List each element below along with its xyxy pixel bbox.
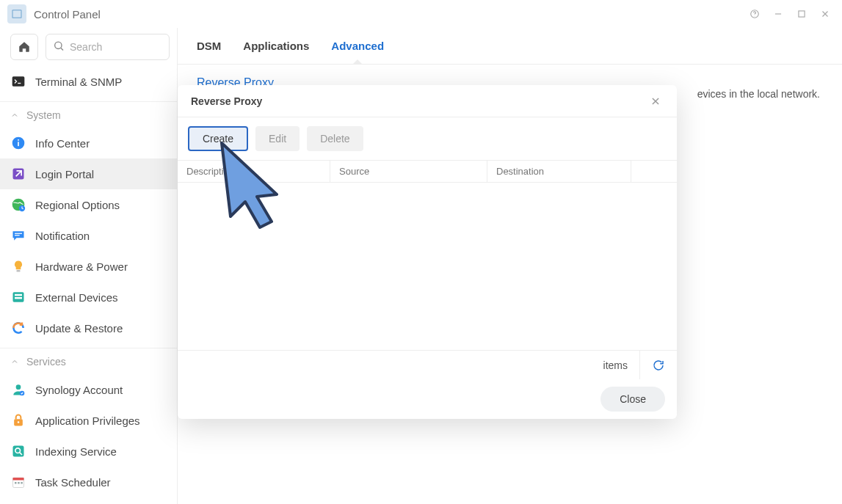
close-window-button[interactable] bbox=[816, 4, 835, 23]
modal-status-bar: items bbox=[178, 350, 677, 379]
window-title: Control Panel bbox=[34, 8, 101, 21]
table-header: Description Source Destination bbox=[178, 161, 677, 183]
svg-rect-18 bbox=[15, 233, 22, 234]
svg-line-9 bbox=[61, 48, 63, 51]
background-help-text: evices in the local network. bbox=[697, 88, 820, 100]
sidebar-item-notification[interactable]: Notification bbox=[0, 220, 177, 251]
modal-close-button[interactable] bbox=[647, 93, 664, 109]
modal-title: Reverse Proxy bbox=[191, 95, 262, 107]
svg-rect-1 bbox=[13, 11, 21, 18]
content-tabs: DSM Applications Advanced bbox=[178, 28, 842, 65]
refresh-button[interactable] bbox=[639, 351, 665, 379]
sidebar-group-services[interactable]: Services bbox=[0, 348, 177, 374]
search-icon bbox=[53, 40, 65, 54]
svg-rect-10 bbox=[12, 76, 25, 86]
sidebar-item-label: Login Portal bbox=[35, 168, 94, 180]
refresh-icon bbox=[10, 320, 26, 336]
column-destination[interactable]: Destination bbox=[487, 161, 631, 182]
sidebar-item-synology-account[interactable]: Synology Account bbox=[0, 374, 177, 405]
login-portal-icon bbox=[10, 166, 26, 182]
devices-icon bbox=[10, 289, 26, 305]
svg-rect-5 bbox=[799, 11, 805, 17]
sidebar-item-label: Hardware & Power bbox=[35, 260, 128, 273]
chevron-up-icon bbox=[10, 111, 19, 120]
sidebar-item-hardware-power[interactable]: Hardware & Power bbox=[0, 251, 177, 282]
maximize-button[interactable] bbox=[792, 4, 811, 23]
globe-icon bbox=[10, 197, 26, 213]
account-icon bbox=[10, 381, 26, 398]
home-button[interactable] bbox=[10, 34, 38, 60]
column-source[interactable]: Source bbox=[330, 161, 487, 182]
bulb-icon bbox=[10, 258, 26, 274]
tab-dsm[interactable]: DSM bbox=[197, 28, 221, 64]
svg-point-27 bbox=[18, 421, 20, 423]
sidebar-item-application-privileges[interactable]: Application Privileges bbox=[0, 405, 177, 436]
reverse-proxy-modal: Reverse Proxy Create Edit Delete Descrip… bbox=[178, 85, 677, 419]
terminal-icon bbox=[10, 73, 26, 90]
sidebar-item-login-portal[interactable]: Login Portal bbox=[0, 158, 177, 189]
sidebar-item-label: Regional Options bbox=[35, 199, 120, 211]
close-button[interactable]: Close bbox=[600, 387, 665, 412]
lock-icon bbox=[10, 412, 26, 428]
indexing-icon bbox=[10, 443, 26, 459]
svg-point-8 bbox=[55, 42, 62, 48]
help-button[interactable] bbox=[745, 4, 764, 23]
column-extra bbox=[631, 161, 677, 182]
sidebar-group-system[interactable]: System bbox=[0, 101, 177, 128]
sidebar-item-label: Terminal & SNMP bbox=[35, 76, 122, 88]
sidebar-group-label: Services bbox=[26, 356, 66, 368]
tab-applications[interactable]: Applications bbox=[243, 28, 309, 64]
sidebar-item-label: Notification bbox=[35, 230, 90, 242]
chevron-up-icon bbox=[10, 357, 19, 366]
svg-rect-33 bbox=[15, 482, 17, 484]
svg-rect-13 bbox=[18, 142, 19, 146]
delete-button[interactable]: Delete bbox=[307, 126, 363, 151]
sidebar-item-label: External Devices bbox=[35, 291, 118, 304]
svg-point-24 bbox=[16, 384, 21, 390]
create-button[interactable]: Create bbox=[188, 126, 248, 151]
minimize-button[interactable] bbox=[769, 4, 788, 23]
svg-rect-34 bbox=[18, 482, 20, 484]
sidebar-item-update-restore[interactable]: Update & Restore bbox=[0, 313, 177, 343]
app-icon bbox=[7, 4, 26, 23]
tab-advanced[interactable]: Advanced bbox=[331, 28, 384, 64]
sidebar-item-regional-options[interactable]: Regional Options bbox=[0, 189, 177, 220]
sidebar-item-terminal-snmp[interactable]: Terminal & SNMP bbox=[0, 66, 177, 97]
sidebar-item-label: Synology Account bbox=[35, 384, 123, 396]
svg-rect-22 bbox=[15, 294, 22, 296]
sidebar-item-label: Info Center bbox=[35, 137, 90, 150]
sidebar-item-info-center[interactable]: Info Center bbox=[0, 128, 177, 158]
sidebar: Terminal & SNMP System Info Center Login… bbox=[0, 28, 178, 504]
sidebar-item-task-scheduler[interactable]: Task Scheduler bbox=[0, 467, 177, 497]
svg-rect-14 bbox=[18, 139, 19, 141]
sidebar-group-label: System bbox=[26, 109, 61, 121]
sidebar-item-label: Indexing Service bbox=[35, 445, 117, 458]
svg-rect-23 bbox=[15, 297, 22, 299]
svg-rect-20 bbox=[17, 270, 21, 272]
svg-rect-28 bbox=[13, 446, 24, 457]
window-titlebar: Control Panel bbox=[0, 0, 842, 28]
svg-rect-19 bbox=[15, 235, 20, 235]
sidebar-item-label: Application Privileges bbox=[35, 414, 140, 427]
info-icon bbox=[10, 135, 26, 151]
sidebar-item-external-devices[interactable]: External Devices bbox=[0, 282, 177, 313]
chat-icon bbox=[10, 227, 26, 244]
svg-point-3 bbox=[755, 15, 755, 16]
sidebar-item-label: Update & Restore bbox=[35, 322, 123, 335]
column-description[interactable]: Description bbox=[178, 161, 330, 182]
sidebar-item-indexing-service[interactable]: Indexing Service bbox=[0, 436, 177, 467]
calendar-icon bbox=[10, 474, 26, 490]
sidebar-item-label: Task Scheduler bbox=[35, 476, 111, 489]
svg-rect-32 bbox=[13, 478, 24, 480]
edit-button[interactable]: Edit bbox=[255, 126, 300, 151]
items-count-label: items bbox=[603, 359, 628, 371]
svg-rect-35 bbox=[21, 482, 23, 484]
